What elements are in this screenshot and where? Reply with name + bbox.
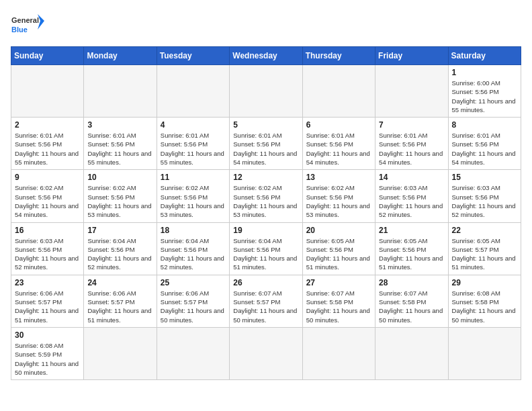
calendar-cell: 16Sunrise: 6:03 AMSunset: 5:56 PMDayligh… [11, 222, 84, 275]
day-number: 26 [233, 278, 298, 287]
day-number: 10 [87, 173, 152, 182]
calendar-cell: 2Sunrise: 6:01 AMSunset: 5:56 PMDaylight… [11, 118, 84, 170]
calendar-cell: 29Sunrise: 6:08 AMSunset: 5:58 PMDayligh… [448, 275, 521, 327]
day-info: Sunrise: 6:01 AMSunset: 5:56 PMDaylight:… [15, 131, 80, 167]
day-info: Sunrise: 6:00 AMSunset: 5:56 PMDaylight:… [452, 79, 517, 114]
calendar-cell: 23Sunrise: 6:06 AMSunset: 5:57 PMDayligh… [11, 275, 84, 327]
day-info: Sunrise: 6:08 AMSunset: 5:58 PMDaylight:… [452, 289, 517, 324]
day-number: 13 [306, 173, 371, 182]
day-number: 18 [161, 226, 226, 235]
day-number: 8 [452, 120, 517, 130]
day-number: 22 [452, 226, 517, 235]
calendar-cell: 1Sunrise: 6:00 AMSunset: 5:56 PMDaylight… [448, 65, 521, 118]
calendar-cell: 7Sunrise: 6:01 AMSunset: 5:56 PMDaylight… [375, 118, 448, 170]
day-number: 6 [306, 120, 371, 130]
day-number: 11 [161, 173, 226, 182]
calendar-cell [375, 65, 448, 118]
day-info: Sunrise: 6:03 AMSunset: 5:56 PMDaylight:… [379, 183, 444, 219]
calendar-cell: 30Sunrise: 6:08 AMSunset: 5:59 PMDayligh… [11, 327, 84, 379]
weekday-header-tuesday: Tuesday [157, 47, 229, 65]
page-header: General Blue [11, 11, 521, 41]
day-number: 16 [15, 226, 80, 235]
day-info: Sunrise: 6:02 AMSunset: 5:56 PMDaylight:… [306, 183, 371, 219]
calendar-cell [230, 327, 302, 379]
day-info: Sunrise: 6:05 AMSunset: 5:56 PMDaylight:… [306, 236, 371, 272]
calendar-cell [230, 65, 302, 118]
day-info: Sunrise: 6:07 AMSunset: 5:57 PMDaylight:… [233, 289, 298, 324]
calendar-cell: 27Sunrise: 6:07 AMSunset: 5:58 PMDayligh… [302, 275, 375, 327]
weekday-header-monday: Monday [84, 47, 157, 65]
calendar-week-5: 23Sunrise: 6:06 AMSunset: 5:57 PMDayligh… [11, 275, 521, 327]
day-info: Sunrise: 6:01 AMSunset: 5:56 PMDaylight:… [161, 131, 226, 167]
weekday-header-thursday: Thursday [302, 47, 375, 65]
weekday-header-saturday: Saturday [448, 47, 521, 65]
day-number: 4 [161, 120, 226, 130]
calendar: SundayMondayTuesdayWednesdayThursdayFrid… [11, 46, 521, 380]
calendar-cell: 18Sunrise: 6:04 AMSunset: 5:56 PMDayligh… [157, 222, 229, 275]
day-info: Sunrise: 6:03 AMSunset: 5:56 PMDaylight:… [15, 236, 80, 272]
day-info: Sunrise: 6:01 AMSunset: 5:56 PMDaylight:… [379, 131, 444, 167]
calendar-cell [302, 327, 375, 379]
logo-svg: General Blue [11, 11, 44, 41]
day-info: Sunrise: 6:01 AMSunset: 5:56 PMDaylight:… [452, 131, 517, 167]
calendar-cell [84, 65, 157, 118]
day-number: 9 [15, 173, 80, 182]
calendar-week-6: 30Sunrise: 6:08 AMSunset: 5:59 PMDayligh… [11, 327, 521, 379]
calendar-cell [302, 65, 375, 118]
calendar-cell: 5Sunrise: 6:01 AMSunset: 5:56 PMDaylight… [230, 118, 302, 170]
day-number: 14 [379, 173, 444, 182]
calendar-cell: 4Sunrise: 6:01 AMSunset: 5:56 PMDaylight… [157, 118, 229, 170]
calendar-cell: 6Sunrise: 6:01 AMSunset: 5:56 PMDaylight… [302, 118, 375, 170]
day-number: 17 [87, 226, 152, 235]
day-number: 29 [452, 278, 517, 287]
day-info: Sunrise: 6:07 AMSunset: 5:58 PMDaylight:… [306, 289, 371, 324]
day-info: Sunrise: 6:02 AMSunset: 5:56 PMDaylight:… [15, 183, 80, 219]
calendar-cell: 13Sunrise: 6:02 AMSunset: 5:56 PMDayligh… [302, 170, 375, 222]
calendar-week-1: 1Sunrise: 6:00 AMSunset: 5:56 PMDaylight… [11, 65, 521, 118]
day-number: 3 [87, 120, 152, 130]
day-info: Sunrise: 6:04 AMSunset: 5:56 PMDaylight:… [161, 236, 226, 272]
calendar-cell [11, 65, 84, 118]
day-number: 25 [161, 278, 226, 287]
logo: General Blue [11, 11, 44, 41]
calendar-cell: 14Sunrise: 6:03 AMSunset: 5:56 PMDayligh… [375, 170, 448, 222]
calendar-week-3: 9Sunrise: 6:02 AMSunset: 5:56 PMDaylight… [11, 170, 521, 222]
weekday-header-friday: Friday [375, 47, 448, 65]
day-info: Sunrise: 6:06 AMSunset: 5:57 PMDaylight:… [87, 289, 152, 324]
day-number: 23 [15, 278, 80, 287]
calendar-cell: 3Sunrise: 6:01 AMSunset: 5:56 PMDaylight… [84, 118, 157, 170]
calendar-cell: 12Sunrise: 6:02 AMSunset: 5:56 PMDayligh… [230, 170, 302, 222]
day-info: Sunrise: 6:05 AMSunset: 5:57 PMDaylight:… [452, 236, 517, 272]
day-info: Sunrise: 6:04 AMSunset: 5:56 PMDaylight:… [87, 236, 152, 272]
calendar-cell: 11Sunrise: 6:02 AMSunset: 5:56 PMDayligh… [157, 170, 229, 222]
calendar-cell: 17Sunrise: 6:04 AMSunset: 5:56 PMDayligh… [84, 222, 157, 275]
calendar-week-2: 2Sunrise: 6:01 AMSunset: 5:56 PMDaylight… [11, 118, 521, 170]
calendar-cell [375, 327, 448, 379]
day-number: 12 [233, 173, 298, 182]
day-number: 1 [452, 68, 517, 77]
calendar-cell: 15Sunrise: 6:03 AMSunset: 5:56 PMDayligh… [448, 170, 521, 222]
day-number: 28 [379, 278, 444, 287]
day-number: 24 [87, 278, 152, 287]
calendar-cell: 28Sunrise: 6:07 AMSunset: 5:58 PMDayligh… [375, 275, 448, 327]
day-number: 7 [379, 120, 444, 130]
day-number: 19 [233, 226, 298, 235]
day-number: 21 [379, 226, 444, 235]
day-number: 5 [233, 120, 298, 130]
day-info: Sunrise: 6:04 AMSunset: 5:56 PMDaylight:… [233, 236, 298, 272]
calendar-cell [157, 327, 229, 379]
calendar-cell: 21Sunrise: 6:05 AMSunset: 5:56 PMDayligh… [375, 222, 448, 275]
day-info: Sunrise: 6:01 AMSunset: 5:56 PMDaylight:… [306, 131, 371, 167]
weekday-header-wednesday: Wednesday [230, 47, 302, 65]
day-info: Sunrise: 6:06 AMSunset: 5:57 PMDaylight:… [161, 289, 226, 324]
calendar-cell: 8Sunrise: 6:01 AMSunset: 5:56 PMDaylight… [448, 118, 521, 170]
calendar-cell: 26Sunrise: 6:07 AMSunset: 5:57 PMDayligh… [230, 275, 302, 327]
calendar-cell: 19Sunrise: 6:04 AMSunset: 5:56 PMDayligh… [230, 222, 302, 275]
calendar-cell: 25Sunrise: 6:06 AMSunset: 5:57 PMDayligh… [157, 275, 229, 327]
svg-text:Blue: Blue [11, 26, 28, 34]
calendar-cell: 9Sunrise: 6:02 AMSunset: 5:56 PMDaylight… [11, 170, 84, 222]
calendar-cell [84, 327, 157, 379]
day-info: Sunrise: 6:06 AMSunset: 5:57 PMDaylight:… [15, 289, 80, 324]
weekday-header-sunday: Sunday [11, 47, 84, 65]
day-info: Sunrise: 6:03 AMSunset: 5:56 PMDaylight:… [452, 183, 517, 219]
